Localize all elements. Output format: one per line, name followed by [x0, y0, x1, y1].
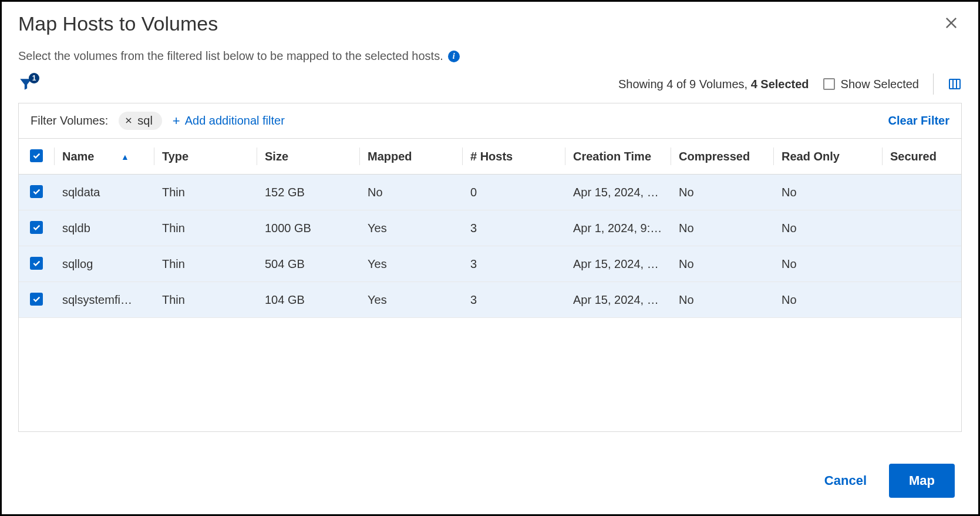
filter-chip[interactable]: sql — [119, 112, 162, 130]
cell-name: sqllog — [54, 246, 154, 282]
show-selected-toggle[interactable]: Show Selected — [823, 78, 919, 91]
col-creation[interactable]: Creation Time — [565, 139, 671, 175]
checkbox-checked-icon — [30, 185, 43, 198]
remove-chip-icon[interactable] — [124, 116, 133, 126]
dialog-footer: Cancel Map — [2, 464, 978, 514]
dialog-subtitle-row: Select the volumes from the filtered lis… — [2, 36, 978, 63]
info-icon[interactable]: i — [448, 51, 460, 62]
cell-name: sqldb — [54, 210, 154, 246]
cell-size: 104 GB — [257, 282, 359, 318]
volumes-table: Name ▲ Type Size Mapped # Hosts Creation… — [19, 139, 962, 318]
cell-mapped: Yes — [359, 210, 462, 246]
row-checkbox[interactable] — [19, 210, 54, 246]
cell-type: Thin — [154, 210, 257, 246]
showing-text: Showing 4 of 9 Volumes, 4 Selected — [618, 78, 809, 91]
cell-creation: Apr 15, 2024, … — [565, 282, 671, 318]
cell-creation: Apr 15, 2024, … — [565, 246, 671, 282]
cell-secured — [882, 210, 962, 246]
map-button[interactable]: Map — [889, 464, 955, 498]
cell-hosts: 3 — [462, 282, 565, 318]
col-type[interactable]: Type — [154, 139, 257, 175]
cancel-button[interactable]: Cancel — [820, 465, 871, 497]
sort-asc-icon: ▲ — [121, 152, 129, 162]
map-hosts-dialog: Map Hosts to Volumes Select the volumes … — [0, 0, 980, 516]
row-checkbox[interactable] — [19, 175, 54, 210]
cell-compressed: No — [671, 210, 773, 246]
cell-size: 152 GB — [257, 175, 359, 210]
cell-mapped: Yes — [359, 282, 462, 318]
divider — [933, 73, 934, 95]
filter-label: Filter Volumes: — [31, 114, 108, 128]
filter-left: Filter Volumes: sql + Add additional fil… — [31, 112, 285, 130]
cell-hosts: 3 — [462, 210, 565, 246]
cell-name: sqlsystemfi… — [54, 282, 154, 318]
table-row[interactable]: sqldataThin152 GBNo0Apr 15, 2024, …NoNo — [19, 175, 962, 210]
cell-size: 504 GB — [257, 246, 359, 282]
volumes-table-wrap: Name ▲ Type Size Mapped # Hosts Creation… — [18, 138, 962, 432]
table-row[interactable]: sqllogThin504 GBYes3Apr 15, 2024, …NoNo — [19, 246, 962, 282]
filter-bar: Filter Volumes: sql + Add additional fil… — [18, 103, 962, 138]
cell-hosts: 3 — [462, 246, 565, 282]
cell-secured — [882, 175, 962, 210]
close-icon[interactable] — [941, 12, 962, 36]
dialog-header: Map Hosts to Volumes — [2, 2, 978, 36]
add-filter-button[interactable]: + Add additional filter — [173, 113, 285, 129]
cell-compressed: No — [671, 175, 773, 210]
col-size[interactable]: Size — [257, 139, 359, 175]
cell-mapped: Yes — [359, 246, 462, 282]
cell-readonly: No — [773, 175, 882, 210]
cell-compressed: No — [671, 246, 773, 282]
col-readonly[interactable]: Read Only — [773, 139, 882, 175]
row-checkbox[interactable] — [19, 282, 54, 318]
checkbox-checked-icon — [30, 149, 43, 162]
cell-type: Thin — [154, 175, 257, 210]
cell-compressed: No — [671, 282, 773, 318]
table-row[interactable]: sqldbThin1000 GBYes3Apr 1, 2024, 9:…NoNo — [19, 210, 962, 246]
checkbox-checked-icon — [30, 293, 43, 306]
dialog-title: Map Hosts to Volumes — [18, 12, 218, 35]
cell-type: Thin — [154, 282, 257, 318]
checkbox-empty-icon — [823, 78, 835, 90]
cell-secured — [882, 246, 962, 282]
svg-rect-0 — [949, 79, 960, 89]
cell-creation: Apr 15, 2024, … — [565, 175, 671, 210]
col-hosts[interactable]: # Hosts — [462, 139, 565, 175]
checkbox-checked-icon — [30, 257, 43, 270]
row-checkbox[interactable] — [19, 246, 54, 282]
cell-readonly: No — [773, 282, 882, 318]
cell-size: 1000 GB — [257, 210, 359, 246]
filter-chip-value: sql — [137, 114, 153, 128]
cell-mapped: No — [359, 175, 462, 210]
cell-readonly: No — [773, 246, 882, 282]
col-name[interactable]: Name ▲ — [54, 139, 154, 175]
table-header-row: Name ▲ Type Size Mapped # Hosts Creation… — [19, 139, 962, 175]
col-mapped[interactable]: Mapped — [359, 139, 462, 175]
dialog-subtitle: Select the volumes from the filtered lis… — [18, 49, 443, 63]
cell-type: Thin — [154, 246, 257, 282]
cell-hosts: 0 — [462, 175, 565, 210]
cell-creation: Apr 1, 2024, 9:… — [565, 210, 671, 246]
table-row[interactable]: sqlsystemfi…Thin104 GBYes3Apr 15, 2024, … — [19, 282, 962, 318]
filter-count-badge: 1 — [29, 73, 39, 83]
cell-name: sqldata — [54, 175, 154, 210]
checkbox-checked-icon — [30, 221, 43, 234]
columns-icon[interactable] — [948, 77, 962, 91]
select-all-header[interactable] — [19, 139, 54, 175]
col-secured[interactable]: Secured — [882, 139, 962, 175]
clear-filter-button[interactable]: Clear Filter — [888, 114, 949, 128]
cell-secured — [882, 282, 962, 318]
filter-indicator[interactable]: 1 — [18, 76, 33, 92]
col-compressed[interactable]: Compressed — [671, 139, 773, 175]
cell-readonly: No — [773, 210, 882, 246]
toolbar-right: Showing 4 of 9 Volumes, 4 Selected Show … — [618, 73, 962, 95]
toolbar: 1 Showing 4 of 9 Volumes, 4 Selected Sho… — [2, 63, 978, 103]
add-filter-label: Add additional filter — [185, 114, 285, 128]
show-selected-label: Show Selected — [841, 78, 919, 91]
plus-icon: + — [173, 113, 180, 129]
